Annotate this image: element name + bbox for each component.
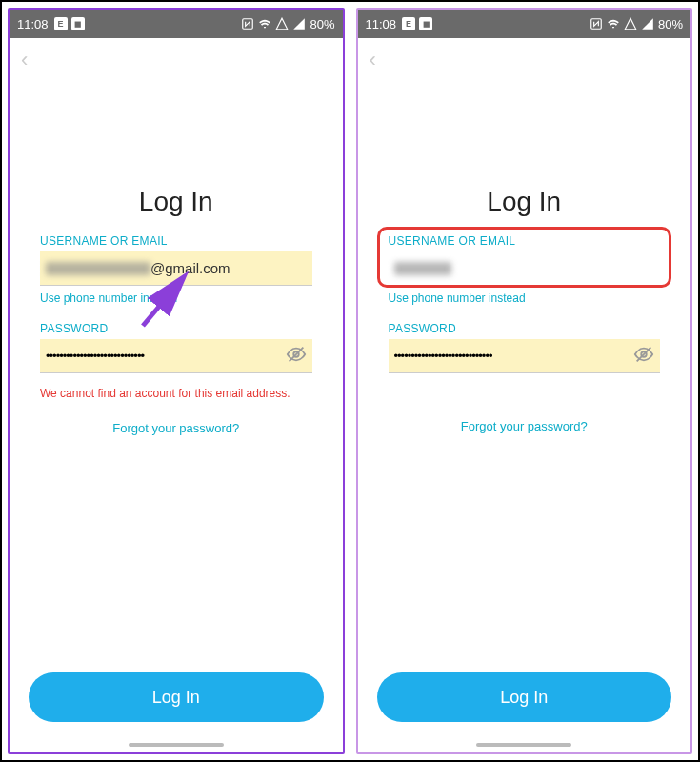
login-content: Log In USERNAME OR EMAIL Use phone numbe… (358, 82, 691, 672)
username-input-wrap[interactable] (389, 251, 661, 286)
toggle-password-visibility-icon[interactable] (286, 344, 307, 369)
nfc-icon (241, 17, 254, 30)
status-right-icons: 80% (241, 17, 334, 31)
username-input-wrap[interactable]: @gmail.com (40, 251, 312, 286)
phone-screenshot-left: 11:08 E ◼ 80% ‹ Log In USERNAME OR EMAIL… (8, 8, 345, 754)
back-row: ‹ (10, 38, 343, 82)
status-bar: 11:08 E ◼ 80% (10, 10, 343, 38)
signal-icon-1 (275, 17, 289, 30)
use-phone-link[interactable]: Use phone number instead (40, 291, 312, 305)
password-input-wrap[interactable]: ••••••••••••••••••••••••••••• (389, 339, 661, 373)
username-label: USERNAME OR EMAIL (40, 234, 312, 248)
password-value: ••••••••••••••••••••••••••••• (394, 349, 492, 363)
username-blurred-prefix (46, 262, 150, 275)
phone-screenshot-right: 11:08 E ◼ 80% ‹ Log In USERNAME OR EMAIL… (356, 8, 693, 754)
signal-icon-1 (624, 17, 637, 30)
status-right-icons: 80% (590, 17, 683, 31)
username-suffix: @gmail.com (150, 260, 230, 276)
back-chevron-icon[interactable]: ‹ (21, 48, 28, 71)
home-indicator[interactable] (476, 743, 571, 747)
status-app-icon-1: E (402, 17, 415, 30)
login-content: Log In USERNAME OR EMAIL @gmail.com Use … (10, 82, 343, 672)
nfc-icon (590, 17, 603, 30)
home-indicator[interactable] (129, 743, 224, 747)
status-app-icons: E ◼ (54, 17, 85, 30)
password-label: PASSWORD (40, 322, 312, 335)
status-app-icons: E ◼ (402, 17, 432, 30)
error-message: We cannot find an account for this email… (40, 387, 312, 400)
wifi-icon (258, 17, 271, 30)
status-bar: 11:08 E ◼ 80% (358, 10, 691, 38)
use-phone-link[interactable]: Use phone number instead (389, 291, 661, 305)
login-button[interactable]: Log In (29, 672, 324, 722)
username-label: USERNAME OR EMAIL (389, 234, 661, 248)
username-blurred-value (394, 262, 451, 275)
toggle-password-visibility-icon[interactable] (633, 344, 654, 369)
battery-percent: 80% (310, 17, 334, 31)
status-app-icon-2: ◼ (419, 17, 432, 30)
signal-icon-2 (292, 17, 306, 30)
forgot-password-link[interactable]: Forgot your password? (40, 421, 312, 435)
status-time: 11:08 (17, 17, 49, 31)
status-app-icon-1: E (54, 17, 68, 30)
status-time: 11:08 (366, 17, 397, 31)
page-title: Log In (40, 187, 312, 217)
forgot-password-link[interactable]: Forgot your password? (389, 419, 661, 433)
signal-icon-2 (641, 17, 654, 30)
password-input-wrap[interactable]: ••••••••••••••••••••••••••••• (40, 339, 312, 373)
page-title: Log In (389, 187, 661, 217)
status-app-icon-2: ◼ (71, 17, 85, 30)
back-chevron-icon[interactable]: ‹ (370, 48, 376, 71)
password-value: ••••••••••••••••••••••••••••• (46, 349, 144, 363)
back-row: ‹ (358, 38, 691, 82)
password-label: PASSWORD (389, 322, 661, 335)
login-button[interactable]: Log In (377, 672, 672, 722)
wifi-icon (607, 17, 620, 30)
battery-percent: 80% (658, 17, 683, 31)
